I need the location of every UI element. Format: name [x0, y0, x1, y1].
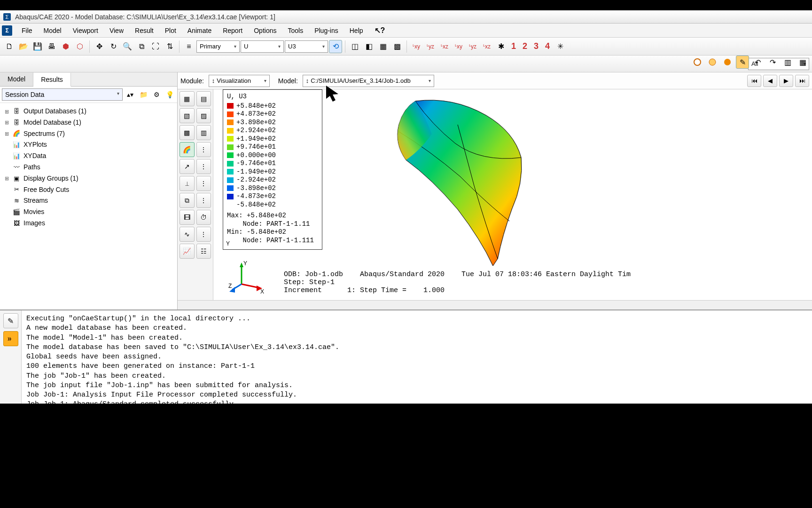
tab-results[interactable]: Results	[33, 73, 71, 87]
view-4[interactable]: 4	[542, 41, 553, 51]
save-icon[interactable]: 💾	[31, 40, 44, 53]
render-paint-icon[interactable]: ✎	[736, 56, 749, 69]
undo-icon[interactable]: ↶	[751, 56, 764, 69]
menu-file[interactable]: File	[17, 25, 37, 36]
plot-deformed-opts-icon[interactable]: ▤	[196, 91, 211, 106]
menu-model[interactable]: Model	[39, 25, 66, 36]
triad2-icon[interactable]: ✳	[554, 40, 567, 53]
render-circle3-icon[interactable]	[721, 56, 734, 69]
plot-mesh-icon[interactable]: ▧	[180, 108, 195, 123]
sync-icon[interactable]: ⟲	[329, 40, 342, 53]
first-frame-icon[interactable]: ⏮	[747, 75, 761, 87]
iso3-icon[interactable]: ▦	[376, 40, 390, 53]
new-icon[interactable]: 🗋	[3, 40, 16, 53]
tree-item[interactable]: 📊XYData	[2, 151, 175, 162]
last-frame-icon[interactable]: ⏭	[795, 75, 809, 87]
app-menu-icon[interactable]: Σ	[2, 25, 12, 36]
open-icon[interactable]: 📂	[17, 40, 30, 53]
tree-item[interactable]: 🎬Movies	[2, 206, 175, 218]
tree-item[interactable]: ⊞🌈Spectrums (7)	[2, 128, 175, 140]
expand-icon[interactable]: ⊞	[4, 107, 9, 116]
pan-icon[interactable]: ✥	[93, 40, 106, 53]
view-3[interactable]: 3	[531, 41, 541, 51]
prev-frame-icon[interactable]: ◀	[763, 75, 777, 87]
tab-model[interactable]: Model	[0, 72, 33, 86]
triad-icon[interactable]: ✱	[494, 40, 508, 53]
menu-animate[interactable]: Animate	[183, 25, 216, 36]
field-toggle-icon[interactable]: ≡	[182, 40, 195, 53]
tree-item[interactable]: ≋Streams	[2, 195, 175, 206]
menu-options[interactable]: Options	[249, 25, 281, 36]
expand-icon[interactable]: ⊞	[4, 129, 9, 138]
message-info-icon[interactable]: ✎	[3, 313, 18, 328]
viewport-1[interactable]: U, U3 +5.848e+02+4.873e+02+3.898e+02+2.9…	[213, 89, 812, 300]
menu-view[interactable]: View	[105, 25, 128, 36]
animate-time-icon[interactable]: ⏱	[196, 210, 211, 225]
xy-curve-icon[interactable]: 📈	[180, 244, 195, 259]
session-tree[interactable]: ⊞🗄Output Databases (1)⊞🗄Model Database (…	[0, 103, 177, 232]
field-type-combo[interactable]: Primary▾	[196, 40, 240, 53]
context-help-icon[interactable]: ↖?	[375, 26, 385, 35]
plot-orient-opts-icon[interactable]: ⋮	[196, 176, 211, 191]
redo-icon[interactable]: ↷	[766, 56, 779, 69]
tree-scope-combo[interactable]: Session Data▾	[2, 88, 123, 101]
menu-viewport[interactable]: Viewport	[68, 25, 103, 36]
print-icon[interactable]: 🖶	[45, 40, 58, 53]
message-cli-icon[interactable]: »	[3, 331, 18, 346]
grid-icon[interactable]: ▦	[796, 56, 809, 69]
expand-icon[interactable]: ⊞	[4, 118, 9, 127]
tree-folder-icon[interactable]: 📁	[138, 89, 149, 100]
tree-bulb-icon[interactable]: 💡	[164, 89, 175, 100]
db-red-icon[interactable]: ⬢	[59, 40, 72, 53]
next-frame-icon[interactable]: ▶	[779, 75, 793, 87]
iso4-icon[interactable]: ▩	[390, 40, 404, 53]
csys-xz-icon[interactable]: ᴸxz	[438, 40, 451, 53]
menu-tools[interactable]: Tools	[283, 25, 308, 36]
plot-overlay-opts-icon[interactable]: ⋮	[196, 193, 211, 208]
tree-item[interactable]: 〰Paths	[2, 162, 175, 173]
tree-item[interactable]: ✂Free Body Cuts	[2, 184, 175, 196]
animate-scale-icon[interactable]: 🎞	[180, 210, 195, 225]
tree-item[interactable]: 🖼Images	[2, 218, 175, 229]
module-combo[interactable]: ↕ Visualization▾	[209, 75, 270, 87]
csys-yz-icon[interactable]: ᴸyz	[424, 40, 437, 53]
plot-undeformed-icon[interactable]: ▦	[180, 91, 195, 106]
iso2-icon[interactable]: ◧	[362, 40, 375, 53]
plot-symbol-icon[interactable]: ↗	[180, 159, 195, 174]
zoom-icon[interactable]: 🔍	[121, 40, 134, 53]
animate-harmonic-icon[interactable]: ∿	[180, 227, 195, 242]
render-circle1-icon[interactable]	[691, 56, 704, 69]
tree-item[interactable]: ⊞🗄Model Database (1)	[2, 117, 175, 128]
csys-xz2-icon[interactable]: ᴸxz	[480, 40, 493, 53]
plot-symbol-opts-icon[interactable]: ⋮	[196, 159, 211, 174]
plot-overlay-icon[interactable]: ⧉	[180, 193, 195, 208]
zoom-box-icon[interactable]: ⧉	[135, 40, 148, 53]
expand-icon[interactable]: ⊞	[4, 174, 9, 183]
component-combo[interactable]: U3▾	[285, 40, 328, 53]
menu-report[interactable]: Report	[218, 25, 247, 36]
menu-result[interactable]: Result	[130, 25, 158, 36]
rotate-icon[interactable]: ↻	[107, 40, 120, 53]
model-path-combo[interactable]: ↕ C:/SIMULIA/User/Ex_3.14/Job-1.odb▾	[303, 75, 434, 87]
tree-item[interactable]: ⊞🗄Output Databases (1)	[2, 106, 175, 117]
plot-contour-opts-icon[interactable]: ⋮	[196, 142, 211, 157]
variable-combo[interactable]: U▾	[241, 40, 284, 53]
swap-icon[interactable]: ⇅	[163, 40, 176, 53]
view-2[interactable]: 2	[520, 41, 530, 51]
tree-up-icon[interactable]: ▴▾	[125, 89, 136, 100]
csys-yz2-icon[interactable]: ᴸyz	[466, 40, 479, 53]
view-1[interactable]: 1	[508, 41, 519, 51]
plot-material-opts-icon[interactable]: ▥	[196, 125, 211, 140]
csys-xy2-icon[interactable]: ᴸxy	[452, 40, 465, 53]
fit-icon[interactable]: ⛶	[149, 40, 162, 53]
plot-material-icon[interactable]: ▩	[180, 125, 195, 140]
tree-link-icon[interactable]: ⚙	[151, 89, 162, 100]
iso-icon[interactable]: ◫	[348, 40, 361, 53]
menu-help[interactable]: Help	[345, 25, 368, 36]
render-circle2-icon[interactable]	[706, 56, 719, 69]
plot-contour-icon[interactable]: 🌈	[180, 142, 195, 157]
message-log[interactable]: Executing "onCaeStartup()" in the local …	[22, 310, 812, 404]
layout-icon[interactable]: ▥	[781, 56, 794, 69]
csys-xy-icon[interactable]: ᴸxy	[410, 40, 423, 53]
plot-orient-icon[interactable]: ⟂	[180, 176, 195, 191]
